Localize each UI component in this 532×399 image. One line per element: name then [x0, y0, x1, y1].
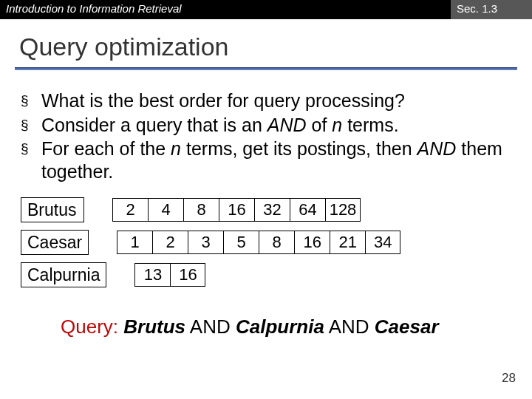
term-label: Caesar: [21, 230, 89, 255]
posting-cell: 1: [117, 231, 152, 254]
query-line: Query: Brutus AND Calpurnia AND Caesar: [21, 308, 511, 339]
slide-body: § What is the best order for query proce…: [0, 70, 532, 339]
posting-cell: 21: [330, 231, 365, 254]
query-prefix: Query:: [61, 316, 118, 338]
posting-cell: 32: [254, 198, 290, 222]
posting-cell: 5: [223, 231, 259, 254]
query-op: AND: [329, 316, 369, 338]
bullet-item: § What is the best order for query proce…: [21, 89, 511, 112]
query-term: Brutus: [123, 316, 185, 338]
posting-cell: 13: [134, 263, 170, 287]
postings-cells: 1 2 3 5 8 16 21 34: [117, 231, 400, 254]
bullet-text: For each of the n terms, get its posting…: [41, 137, 511, 183]
posting-cell: 64: [290, 198, 325, 222]
term-label: Calpurnia: [21, 262, 106, 287]
course-title: Introduction to Information Retrieval: [0, 0, 451, 19]
bullet-mark: §: [21, 137, 41, 183]
posting-cell: 16: [170, 263, 205, 287]
bullet-text: What is the best order for query process…: [41, 89, 511, 112]
slide-title: Query optimization: [0, 19, 532, 67]
postings-row-caesar: Caesar 1 2 3 5 8 16 21 34: [21, 230, 400, 255]
bullet-mark: §: [21, 89, 41, 112]
bullet-text: Consider a query that is an AND of n ter…: [41, 114, 511, 137]
header-bar: Introduction to Information Retrieval Se…: [0, 0, 532, 19]
postings-cells: 2 4 8 16 32 64 128: [112, 198, 361, 222]
slide: Introduction to Information Retrieval Se…: [0, 0, 532, 399]
posting-cell: 4: [148, 198, 183, 222]
posting-cell: 2: [152, 231, 188, 254]
query-term: Caesar: [375, 316, 439, 338]
term-label: Brutus: [21, 197, 84, 222]
posting-cell: 8: [183, 198, 219, 222]
posting-cell: 16: [294, 231, 330, 254]
posting-cell: 2: [112, 198, 148, 222]
posting-cell: 3: [188, 231, 223, 254]
query-op: AND: [190, 316, 231, 338]
postings-diagram: Brutus 2 4 8 16 32 64 128 Caesar 1 2: [21, 197, 511, 308]
postings-cells: 13 16: [134, 263, 205, 287]
posting-cell: 16: [219, 198, 254, 222]
posting-cell: 8: [259, 231, 294, 254]
bullet-item: § Consider a query that is an AND of n t…: [21, 114, 511, 137]
query-term: Calpurnia: [236, 316, 324, 338]
bullet-item: § For each of the n terms, get its posti…: [21, 137, 511, 183]
bullet-mark: §: [21, 114, 41, 137]
section-tag: Sec. 1.3: [451, 0, 532, 19]
posting-cell: 128: [325, 198, 361, 222]
postings-row-calpurnia: Calpurnia 13 16: [21, 262, 205, 287]
page-number: 28: [502, 371, 516, 386]
postings-row-brutus: Brutus 2 4 8 16 32 64 128: [21, 197, 361, 222]
posting-cell: 34: [365, 231, 400, 254]
